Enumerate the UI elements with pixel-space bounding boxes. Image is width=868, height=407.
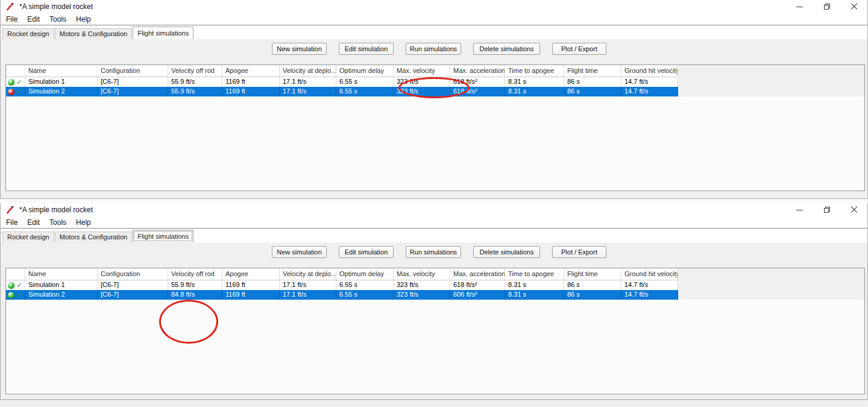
column-header[interactable]: Velocity off rod [168, 268, 222, 280]
run-simulations-button[interactable]: Run simulations [406, 43, 461, 55]
menu-edit[interactable]: Edit [22, 15, 45, 24]
table-cell[interactable]: 86 s [564, 290, 621, 300]
plot-export-button[interactable]: Plot / Export [552, 43, 606, 55]
restore-button[interactable] [813, 203, 840, 216]
table-cell[interactable]: 8.31 s [505, 87, 564, 96]
table-cell[interactable]: 55.9 ft/s [168, 87, 222, 96]
menu-edit[interactable]: Edit [22, 218, 45, 227]
table-cell[interactable]: 17.1 ft/s [280, 87, 336, 96]
status-column-header[interactable] [6, 65, 25, 77]
status-column-header[interactable] [6, 268, 25, 280]
delete-simulations-button[interactable]: Delete simulations [473, 43, 540, 55]
table-cell[interactable]: [C6-7] [98, 77, 168, 87]
table-cell[interactable]: 55.9 ft/s [168, 280, 222, 290]
tab-motors-configuration[interactable]: Motors & Configuration [55, 232, 133, 242]
table-cell[interactable]: 6.55 s [336, 87, 394, 96]
tab-flight-simulations[interactable]: Flight simulations [133, 230, 193, 242]
column-header[interactable]: Configuration [98, 268, 168, 280]
table-row[interactable]: ✓Simulation 1[C6-7]55.9 ft/s1169 ft17.1 … [6, 77, 678, 87]
column-header[interactable]: Velocity off rod [168, 65, 222, 77]
table-cell[interactable]: 323 ft/s [394, 280, 450, 290]
column-header[interactable]: Apogee [222, 65, 280, 77]
menu-tools[interactable]: Tools [45, 218, 71, 227]
menu-file[interactable]: File [1, 218, 22, 227]
column-header[interactable]: Time to apogee [505, 65, 564, 77]
table-cell[interactable]: Simulation 1 [25, 280, 98, 290]
table-cell[interactable]: 84.8 ft/s [168, 290, 222, 300]
column-header[interactable]: Flight time [564, 65, 621, 77]
table-cell[interactable]: Simulation 1 [25, 77, 98, 87]
close-button[interactable] [840, 0, 867, 13]
column-header[interactable]: Configuration [98, 65, 168, 77]
table-cell[interactable]: 17.1 ft/s [280, 280, 336, 290]
table-cell[interactable]: 323 ft/s [394, 77, 450, 87]
table-cell[interactable]: 86 s [564, 77, 621, 87]
tab-rocket-design[interactable]: Rocket design [2, 28, 54, 39]
table-cell[interactable]: 14.7 ft/s [621, 290, 678, 300]
column-header[interactable]: Optimum delay [336, 268, 394, 280]
menu-help[interactable]: Help [71, 218, 96, 227]
table-cell[interactable]: 1169 ft [222, 87, 280, 96]
table-row[interactable]: ✓Simulation 1[C6-7]55.9 ft/s1169 ft17.1 … [6, 280, 678, 290]
table-cell[interactable]: 8.31 s [505, 280, 564, 290]
table-cell[interactable]: 14.7 ft/s [621, 87, 678, 96]
table-row[interactable]: ✓Simulation 2[C6-7]84.8 ft/s1169 ft17.1 … [6, 290, 678, 300]
new-simulation-button[interactable]: New simulation [272, 43, 327, 55]
table-cell[interactable]: 323 ft/s [394, 87, 450, 96]
menu-help[interactable]: Help [71, 15, 96, 24]
table-cell[interactable]: 14.7 ft/s [621, 77, 678, 87]
column-header[interactable]: Flight time [564, 268, 621, 280]
column-header[interactable]: Max. acceleration [450, 65, 505, 77]
table-cell[interactable]: 8.31 s [505, 77, 564, 87]
column-header[interactable]: Optimum delay [336, 65, 394, 77]
table-cell[interactable]: 6.55 s [336, 77, 394, 87]
table-cell[interactable]: 1169 ft [222, 280, 280, 290]
tab-rocket-design[interactable]: Rocket design [2, 232, 54, 242]
column-header[interactable]: Name [25, 65, 98, 77]
minimize-button[interactable] [786, 203, 813, 216]
column-header[interactable]: Time to apogee [505, 268, 564, 280]
table-cell[interactable]: 1169 ft [222, 77, 280, 87]
tab-flight-simulations[interactable]: Flight simulations [133, 27, 193, 39]
table-cell[interactable]: 86 s [564, 280, 621, 290]
column-header[interactable]: Ground hit velocity [621, 65, 678, 77]
table-cell[interactable]: 6.55 s [336, 280, 394, 290]
edit-simulation-button[interactable]: Edit simulation [339, 246, 394, 258]
table-cell[interactable]: 618 ft/s² [450, 77, 505, 87]
table-cell[interactable]: 1169 ft [222, 290, 280, 300]
close-button[interactable] [840, 203, 867, 216]
table-cell[interactable]: 8.31 s [505, 290, 564, 300]
column-header[interactable]: Max. acceleration [450, 268, 505, 280]
table-cell[interactable]: 6.55 s [336, 290, 394, 300]
restore-button[interactable] [813, 0, 840, 13]
edit-simulation-button[interactable]: Edit simulation [339, 43, 394, 55]
column-header[interactable]: Max. velocity [394, 268, 450, 280]
minimize-button[interactable] [786, 0, 813, 13]
table-cell[interactable]: 323 ft/s [394, 290, 450, 300]
table-cell[interactable]: 606 ft/s² [450, 290, 505, 300]
table-cell[interactable]: 618 ft/s² [450, 280, 505, 290]
table-cell[interactable]: 17.1 ft/s [280, 77, 336, 87]
tab-motors-configuration[interactable]: Motors & Configuration [55, 28, 133, 39]
table-cell[interactable]: Simulation 2 [25, 87, 98, 96]
menu-tools[interactable]: Tools [45, 15, 71, 24]
menu-file[interactable]: File [1, 15, 22, 24]
column-header[interactable]: Velocity at deplo... [280, 268, 336, 280]
table-cell[interactable]: [C6-7] [98, 290, 168, 300]
delete-simulations-button[interactable]: Delete simulations [473, 246, 540, 258]
column-header[interactable]: Apogee [222, 268, 280, 280]
table-cell[interactable]: Simulation 2 [25, 290, 98, 300]
column-header[interactable]: Name [25, 268, 98, 280]
table-cell[interactable]: [C6-7] [98, 87, 168, 96]
table-cell[interactable]: 86 s [564, 87, 621, 96]
column-header[interactable]: Ground hit velocity [621, 268, 678, 280]
run-simulations-button[interactable]: Run simulations [406, 246, 461, 258]
table-cell[interactable]: 14.7 ft/s [621, 280, 678, 290]
table-cell[interactable]: 55.9 ft/s [168, 77, 222, 87]
column-header[interactable]: Max. velocity [394, 65, 450, 77]
table-cell[interactable]: 17.1 ft/s [280, 290, 336, 300]
table-row[interactable]: ✓Simulation 2[C6-7]55.9 ft/s1169 ft17.1 … [6, 87, 678, 96]
table-cell[interactable]: [C6-7] [98, 280, 168, 290]
table-cell[interactable]: 618 ft/s² [450, 87, 505, 96]
new-simulation-button[interactable]: New simulation [272, 246, 327, 258]
